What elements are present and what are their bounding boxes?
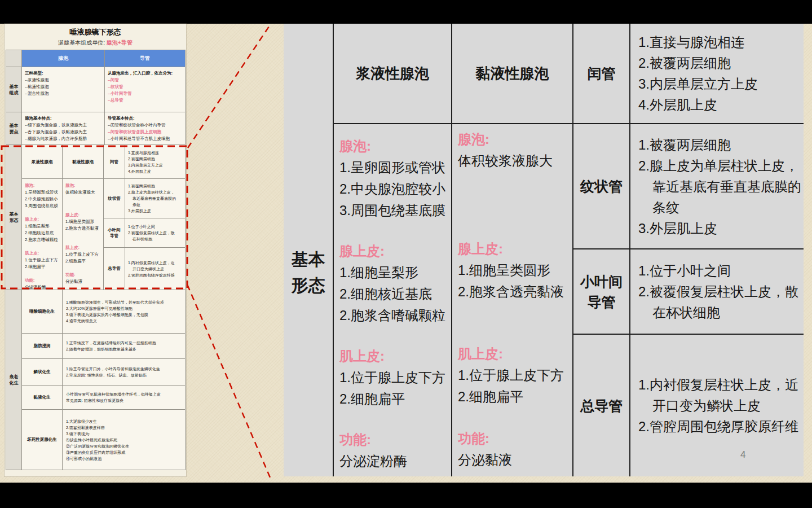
composition-acinus-cell: 三种类型:--浆液性腺泡--黏液性腺泡--混合性腺泡 bbox=[22, 67, 105, 112]
acinus-group: 腺泡:1.呈卵圆形或管状2.中央腺泡腔较小3.周围包绕基底膜 bbox=[25, 182, 62, 209]
thumb-duct-content-striated: 1.被覆两层细胞2.腺上皮为单层柱状上皮，靠近基底有垂直基底膜的条纹3.外层肌上… bbox=[125, 179, 186, 218]
group-lines: 1.细胞呈类圆形2.胞浆含透亮黏液 bbox=[458, 260, 572, 303]
text-line: 2.细胞扁平 bbox=[458, 386, 572, 408]
metaplasia-content-fatty: 1.正常情况下，在涎腺结缔组织内可见一些脂肪细胞2.随着年龄增加，脂肪细胞数量越… bbox=[63, 334, 186, 359]
text-line: 2.被覆两层细胞 bbox=[128, 156, 185, 162]
connector-line-top bbox=[188, 25, 270, 148]
text-line: 2.中央腺泡腔较小 bbox=[25, 196, 62, 203]
text-line: --腮腺为纯浆液腺，内含许多脂肪 bbox=[25, 135, 104, 142]
text-line: 1.位于腺上皮下方 bbox=[339, 367, 451, 388]
text-line: 4.外层肌上皮 bbox=[638, 94, 804, 115]
acinus-group: 肌上皮:1.位于腺上皮下方2.细胞扁平 bbox=[458, 343, 572, 408]
text-line: 2.需鉴别黏液表皮样癌 bbox=[66, 424, 185, 431]
text-line: 2.管腔周围包绕厚胶原纤维 bbox=[638, 416, 804, 437]
zoomed-table-panel: 基本形态 浆液性腺泡 黏液性腺泡 闰管 1.直接与腺泡相连2.被覆两层细胞3.内… bbox=[284, 24, 804, 476]
acinus-group: 功能:分泌黏液 bbox=[458, 428, 572, 471]
text-line: 1.位于腺上皮下方 bbox=[458, 365, 572, 386]
text-line: 3.周围包绕基底膜 bbox=[25, 203, 62, 209]
acinus-group: 腺上皮:1.细胞呈梨形2.细胞核近基底2.胞浆含嗜碱颗粒 bbox=[25, 216, 62, 243]
acinus-group: 腺上皮:1.细胞呈类圆形2.胞浆含透亮黏液 bbox=[458, 238, 572, 303]
text-line: 开口变为鳞状上皮 bbox=[638, 395, 804, 416]
text-line: ①缺血性小叶梗死或腺泡坏死 bbox=[66, 437, 185, 443]
thumb-duct-label-interlobular: 小叶间导管 bbox=[104, 218, 125, 248]
group-heading: 腺上皮: bbox=[339, 240, 451, 262]
text-line: 2.被覆假复层柱状上皮，散 bbox=[128, 230, 185, 236]
panel-row-label-morphology: 基本形态 bbox=[284, 24, 334, 476]
group-heading: 功能: bbox=[458, 428, 572, 449]
panel-duct-label-striated: 纹状管 bbox=[573, 124, 630, 249]
text-line: 1.除主导管近开口外，小叶内导管和腺泡发生鳞状化生 bbox=[66, 366, 185, 372]
text-line: 2.管腔周围包绕厚胶原纤维 bbox=[128, 272, 185, 278]
text-line: 小叶间导管可见黏液杯状细胞增生伴纤毛，似呼吸上皮 bbox=[66, 391, 185, 397]
group-lines: 分泌淀粉酶 bbox=[339, 450, 451, 472]
group-heading: 腺泡: bbox=[339, 135, 451, 157]
group-heading: 腺上皮: bbox=[25, 216, 62, 223]
text-line: 1.细胞呈梨形 bbox=[25, 223, 62, 230]
group-lines: 1.细胞呈梨形2.细胞核近基底2.胞浆含嗜碱颗粒 bbox=[25, 223, 62, 243]
metaplasia-label-mucous: 黏液化生 bbox=[22, 386, 63, 410]
text-line: 体积较浆液腺大 bbox=[65, 189, 103, 196]
thumb-duct-content-main: 1.内衬假复层柱状上皮，近开口变为鳞状上皮2.管腔周围包绕厚胶原纤维 bbox=[125, 248, 186, 290]
group-heading: 腺上皮: bbox=[458, 238, 572, 260]
group-lines: 1.呈卵圆形或管状2.中央腺泡腔较小3.周围包绕基底膜 bbox=[339, 157, 451, 221]
thumb-mucous-header: 黏液性腺泡 bbox=[63, 145, 104, 179]
thumb-duct-label-intercalated: 闰管 bbox=[104, 145, 125, 179]
text-line: 2.胞浆含嗜碱颗粒 bbox=[25, 237, 62, 243]
panel-duct-content-intercalated: 1.直接与腺泡相连2.被覆两层细胞3.内层单层立方上皮4.外层肌上皮 bbox=[630, 24, 804, 124]
thumb-duct-content-interlobular: 1.位于小叶之间2.被覆假复层柱状上皮，散在杯状细胞 bbox=[125, 218, 186, 248]
text-line: --小叶间导管 bbox=[108, 90, 185, 97]
column-header-acinus: 腺泡 bbox=[22, 50, 105, 67]
group-lines: 1.位于腺上皮下方2.细胞扁平 bbox=[339, 367, 451, 410]
text-line: 3.镜下表现为: bbox=[66, 431, 185, 437]
slide-stage: 唾液腺镜下形态 涎腺基本组成单位: 腺泡+导管 腺泡 导管 基本组成 三种类型:… bbox=[0, 24, 812, 483]
text-line: 2.细胞扁平 bbox=[25, 264, 62, 270]
text-line: 1.正常情况下，在涎腺结缔组织内可见一些脂肪细胞 bbox=[66, 340, 185, 346]
group-lines: 1.细胞呈梨形2.细胞核近基底2.胞浆含嗜碱颗粒 bbox=[339, 262, 451, 326]
thumbnail-title: 唾液腺镜下形态 bbox=[5, 27, 186, 37]
group-heading: 腺泡: bbox=[65, 182, 103, 189]
text-line: 导管基本特点: bbox=[108, 115, 185, 122]
text-line: 1.直接与腺泡相连 bbox=[128, 150, 185, 156]
text-line: 1.呈卵圆形或管状 bbox=[25, 189, 62, 196]
acinus-group: 肌上皮:1.位于腺上皮下方2.细胞扁平 bbox=[65, 244, 103, 265]
composition-acinus-lines: 三种类型:--浆液性腺泡--黏液性腺泡--混合性腺泡 bbox=[22, 67, 104, 97]
text-line: 1.被覆两层细胞 bbox=[638, 134, 804, 155]
text-line: 3.内层单层立方上皮 bbox=[128, 162, 185, 168]
text-line: 在杯状细胞 bbox=[128, 236, 185, 242]
acinus-group: 腺上皮:1.细胞呈类圆形2.胞浆含透亮黏液 bbox=[65, 212, 103, 232]
text-line: 三种类型: bbox=[25, 70, 104, 77]
row-label-morphology: 基本形态 bbox=[6, 145, 22, 290]
group-heading: 腺泡: bbox=[25, 182, 62, 189]
row-label-metaplasia: 衰老化生 bbox=[6, 290, 22, 470]
text-line: --浆液性腺泡 bbox=[25, 77, 104, 84]
text-line: 4.通常无病理意义 bbox=[66, 318, 185, 324]
acinus-group: 腺泡:1.呈卵圆形或管状2.中央腺泡腔较小3.周围包绕基底膜 bbox=[339, 135, 451, 221]
text-line: 2.腺上皮为单层柱状上皮， bbox=[638, 155, 804, 176]
acinus-group: 肌上皮:1.位于腺上皮下方2.细胞扁平 bbox=[25, 250, 62, 270]
metaplasia-content-necrotizing: 1.大涎腺很少发生2.需鉴别黏液表皮样癌3.镜下表现为:①缺血性小叶梗死或腺泡坏… bbox=[63, 410, 186, 470]
text-line: 3.外层肌上皮 bbox=[638, 218, 804, 239]
thumb-serous-content: 腺泡:1.呈卵圆形或管状2.中央腺泡腔较小3.周围包绕基底膜 腺上皮:1.细胞呈… bbox=[22, 179, 63, 290]
metaplasia-label-squamous: 鳞状化生 bbox=[22, 359, 63, 386]
panel-duct-label-intercalated: 闰管 bbox=[573, 24, 630, 124]
text-line: --总导管 bbox=[108, 97, 185, 104]
text-line: 2.细胞扁平 bbox=[65, 258, 103, 265]
acinus-group: 功能:分泌淀粉酶 bbox=[25, 277, 62, 290]
text-line: 2.细胞扁平 bbox=[339, 388, 451, 410]
text-line: 2.大约10%涎腺肿瘤中可见嗜酸性细胞 bbox=[66, 305, 185, 312]
text-line: 分泌淀粉酶 bbox=[339, 450, 451, 472]
text-line: --黏液性腺泡 bbox=[25, 84, 104, 90]
text-line: 2.腺上皮为单层柱状上皮， bbox=[128, 189, 185, 195]
group-heading: 功能: bbox=[25, 277, 62, 284]
text-line: 在杯状细胞 bbox=[638, 302, 804, 323]
panel-duct-content-striated: 1.被覆两层细胞2.腺上皮为单层柱状上皮，靠近基底有垂直基底膜的条纹3.外层肌上… bbox=[630, 124, 804, 249]
group-heading: 功能: bbox=[65, 271, 103, 278]
row-label-keypoints: 基本要点 bbox=[6, 112, 22, 145]
group-lines: 1.位于腺上皮下方2.细胞扁平 bbox=[25, 257, 62, 270]
text-line: ④可形成小的黏液池 bbox=[66, 456, 185, 462]
subtitle-value: 腺泡+导管 bbox=[107, 40, 133, 46]
group-lines: 1.细胞呈类圆形2.胞浆含透亮黏液 bbox=[65, 218, 103, 232]
text-line: 2.随着年龄增加，脂肪细胞数量越来越多 bbox=[66, 346, 185, 352]
group-heading: 肌上皮: bbox=[458, 343, 572, 365]
metaplasia-label-fatty: 脂肪浸润 bbox=[22, 334, 63, 359]
